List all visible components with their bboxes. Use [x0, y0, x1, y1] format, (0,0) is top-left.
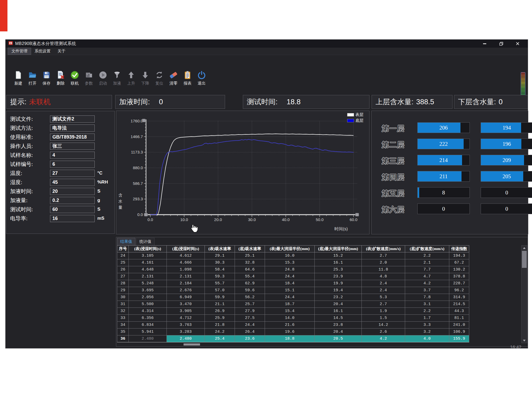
legend-label: 表层	[355, 112, 363, 117]
field-input-3[interactable]: 张三	[50, 143, 95, 150]
toolbar-button-power[interactable]: 退出	[196, 70, 207, 86]
table-cell: 2.131	[129, 273, 167, 280]
table-row[interactable]: 336.3564.71225.927.514.014.51.51.781.1	[117, 315, 469, 322]
toolbar-button-open-folder[interactable]: 打开	[27, 70, 38, 86]
scroll-up-arrow-icon[interactable]	[522, 246, 527, 250]
table-row[interactable]: 254.1614.66630.332.815.316.12.02.167.2	[117, 259, 469, 266]
table-cell: 6.949	[167, 294, 205, 301]
table-row[interactable]: 293.6952.67657.059.615.119.42.43.796.2	[117, 287, 469, 294]
table-cell: 15.4	[265, 308, 315, 315]
field-input-1[interactable]: 电导法	[50, 124, 95, 132]
field-input-11[interactable]: 16	[50, 215, 95, 222]
layer-2-left-bar: 222	[417, 139, 470, 149]
table-row-selected[interactable]: 362.4802.48025.423.618.820.54.24.0155.9	[117, 335, 469, 342]
scroll-down-arrow-icon[interactable]	[522, 338, 527, 343]
field-input-6[interactable]: 27	[50, 170, 95, 177]
field-label: 使用标准:	[10, 134, 50, 141]
table-row[interactable]: 315.5003.47021.125.718.720.42.73.1214.5	[117, 301, 469, 308]
liquid-time-value: 0	[159, 98, 163, 106]
table-cell: 130.2	[449, 266, 469, 273]
menu-item-1[interactable]: 系统设置	[31, 48, 54, 55]
table-row[interactable]: 285.2482.18455.762.918.419.92.44.2228.7	[117, 280, 469, 287]
toolbar-button-report-clipboard[interactable]: 报表	[182, 70, 193, 86]
save-floppy-icon	[42, 70, 51, 80]
toolbar-label: 保存	[43, 81, 51, 86]
table-cell: 24.4	[265, 294, 315, 301]
table-cell: 2.131	[167, 273, 205, 280]
table-row[interactable]: 355.9413.28324.226.419.620.42.63.2106.9	[117, 329, 469, 335]
svg-text:880.0: 880.0	[133, 165, 143, 170]
field-input-4[interactable]: 4	[50, 152, 95, 159]
table-row[interactable]: 302.0566.94959.956.224.423.25.37.8314.9	[117, 294, 469, 301]
tab-0-active[interactable]: 结果值	[117, 238, 135, 246]
toolbar-button-reset: 复位	[153, 70, 165, 86]
toolbar-button-save-floppy[interactable]: 保存	[41, 70, 52, 86]
app-icon	[8, 41, 13, 47]
svg-text:0.0: 0.0	[148, 217, 153, 222]
table-cell: 3.105	[129, 252, 167, 259]
table-row[interactable]: 272.1312.13159.355.424.423.94.84.7378.8	[117, 273, 469, 280]
table-row[interactable]: 243.1054.61229.125.116.015.22.72.2194.3	[117, 252, 469, 259]
field-input-2[interactable]: GB/T8939-2018	[50, 134, 95, 141]
table-cell: 3.1	[405, 301, 449, 308]
table-cell: 19.4	[315, 287, 362, 294]
form-row-7: 湿度:45%RH	[10, 178, 113, 187]
field-input-10[interactable]: 60	[50, 206, 95, 213]
liquid-time-label: 加液时间:	[119, 97, 150, 107]
field-unit: mS	[97, 216, 104, 221]
new-doc-icon	[14, 70, 23, 80]
restore-button[interactable]	[499, 41, 503, 46]
minimize-button[interactable]	[483, 41, 487, 46]
toolbar-button-eraser[interactable]: 清零	[168, 70, 179, 86]
table-cell: 28	[117, 280, 129, 287]
svg-text:30.0: 30.0	[248, 217, 256, 222]
table-cell: 4.2	[362, 335, 405, 342]
menu-item-0[interactable]: 文件管理	[8, 48, 31, 55]
toolbar-button-new-doc[interactable]: 新建	[13, 70, 24, 86]
table-cell: 378.8	[449, 273, 469, 280]
table-cell: 24.8	[265, 266, 315, 273]
vertical-scroll-thumb[interactable]	[522, 251, 527, 268]
table-cell: 106.9	[449, 329, 469, 335]
table-row[interactable]: 264.6481.09858.464.624.825.311.87.7130.2	[117, 266, 469, 273]
table-cell: 4.0	[405, 335, 449, 342]
toolbar-button-connect-check[interactable]: 联机	[69, 70, 81, 86]
menu-bar: 文件管理系统设置关于	[6, 48, 528, 55]
toolbar-label: 打开	[28, 81, 36, 86]
table-cell: 4.314	[129, 308, 167, 315]
table-cell: 26.9	[205, 308, 235, 315]
vertical-scrollbar[interactable]	[521, 245, 527, 343]
arrow-down-icon	[141, 70, 150, 80]
table-row[interactable]: 324.3143.90526.927.915.416.11.92.244.3	[117, 308, 469, 315]
field-input-0[interactable]: 测试文件2	[50, 115, 95, 123]
table-cell: 26	[117, 266, 129, 273]
signal-level-meter	[521, 72, 526, 95]
field-input-5[interactable]: 6	[50, 161, 95, 168]
status-lower-water-box: 下层含水量: 0	[454, 95, 528, 109]
form-row-10: 测试时间:60S	[10, 205, 113, 214]
bar-value: 209	[481, 155, 532, 165]
toolbar-button-delete-doc[interactable]: 删除	[55, 70, 66, 86]
legend-item-top-layer: 表层	[347, 112, 363, 117]
table-cell: 27	[117, 273, 129, 280]
field-input-8[interactable]: 20	[50, 188, 95, 195]
results-table-wrap: 序号(表)浸湿时间(s)(底)浸湿时间(s)(表)吸水速率(底)吸水速率(表)最…	[117, 245, 520, 343]
table-cell: 5.3	[362, 294, 405, 301]
table-cell: 228.7	[449, 280, 469, 287]
field-input-7[interactable]: 45	[50, 179, 95, 186]
layer-1-right-bar: 194	[481, 122, 532, 133]
field-label: 测试方法:	[10, 124, 50, 132]
menu-item-2[interactable]: 关于	[54, 48, 69, 55]
bar-value: 0	[418, 204, 469, 214]
results-panel: 结果值统计值 序号(表)浸湿时间(s)(底)浸湿时间(s)(表)吸水速率(底)吸…	[116, 237, 528, 347]
absorption-line-chart[interactable]: 1760.01466.71173.3880.0586.7293.30.00.01…	[116, 111, 369, 234]
close-button[interactable]	[516, 41, 520, 46]
field-input-9[interactable]: 0.2	[50, 197, 95, 204]
test-time-value: 18.8	[287, 98, 301, 106]
horizontal-scroll-thumb[interactable]	[184, 343, 200, 346]
table-cell: 2.1	[405, 259, 449, 266]
table-row[interactable]: 346.8343.76321.824.421.623.814.23.3241.0	[117, 322, 469, 329]
table-cell: 32	[117, 308, 129, 315]
tab-1[interactable]: 统计值	[136, 238, 155, 246]
field-label: 加液时间:	[10, 188, 50, 195]
